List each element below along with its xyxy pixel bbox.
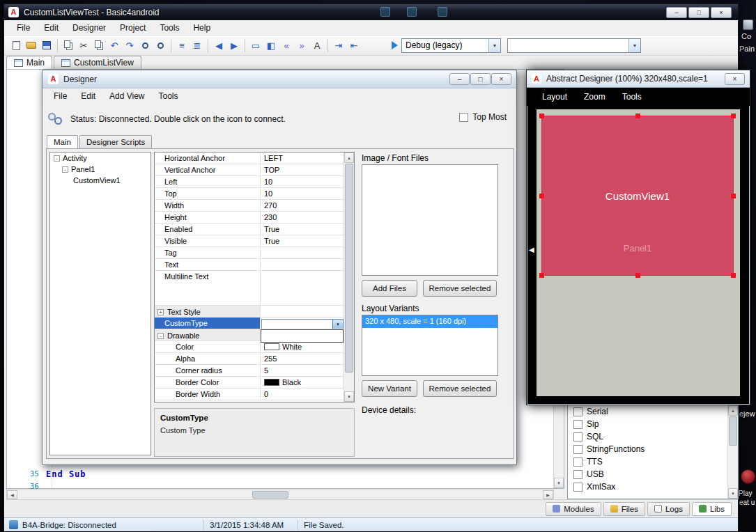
scroll-down-icon[interactable]: ▼ xyxy=(728,488,738,499)
list-icon[interactable]: ≡ xyxy=(175,39,189,52)
property-category-row[interactable]: + Text Style xyxy=(155,306,344,318)
property-row[interactable]: Enabled True xyxy=(155,224,344,235)
library-checkbox[interactable] xyxy=(573,457,583,467)
copy-icon[interactable] xyxy=(92,39,106,52)
library-checkbox[interactable] xyxy=(573,470,583,479)
resize-handle[interactable] xyxy=(731,273,736,278)
property-value[interactable]: 270 xyxy=(261,200,344,211)
device-screen[interactable]: CustomView1 Panel1 xyxy=(537,109,740,396)
menu-file[interactable]: File xyxy=(47,89,74,103)
outdent-icon[interactable]: ⇤ xyxy=(347,39,361,52)
expander-icon[interactable]: - xyxy=(157,333,164,339)
expander-icon[interactable]: + xyxy=(157,309,164,315)
menu-project[interactable]: Project xyxy=(113,21,153,35)
menu-zoom[interactable]: Zoom xyxy=(576,92,614,102)
search-next-icon[interactable] xyxy=(153,39,167,52)
save-icon[interactable] xyxy=(40,39,54,52)
indent-icon[interactable]: ⇥ xyxy=(332,39,346,52)
property-value[interactable]: 5 xyxy=(261,365,344,376)
code-horizontal-scrollbar[interactable]: ◀ ▶ xyxy=(6,490,554,500)
menu-tools[interactable]: Tools xyxy=(614,92,650,102)
menu-add-view[interactable]: Add View xyxy=(102,89,151,103)
desktop-icon[interactable] xyxy=(743,19,753,30)
property-value[interactable]: 10 xyxy=(261,188,344,199)
cut-icon[interactable]: ✂ xyxy=(77,39,91,52)
top-most-checkbox[interactable] xyxy=(459,113,468,122)
menu-file[interactable]: File xyxy=(10,21,37,35)
property-value[interactable] xyxy=(261,259,344,270)
property-row[interactable]: Vertical Anchor TOP xyxy=(155,164,344,176)
library-checkbox[interactable] xyxy=(573,483,583,492)
uncomment-icon[interactable]: » xyxy=(295,39,309,52)
library-checkbox[interactable] xyxy=(573,420,583,429)
panel1-view[interactable]: CustomView1 Panel1 xyxy=(541,116,734,276)
scroll-right-icon[interactable]: ▶ xyxy=(543,490,553,499)
resize-handle[interactable] xyxy=(731,114,736,118)
tab-files[interactable]: Files xyxy=(603,502,645,516)
chevron-down-icon[interactable]: ▼ xyxy=(488,39,500,52)
property-row[interactable]: Border Width 0 xyxy=(155,389,344,400)
library-checkbox[interactable] xyxy=(573,407,583,416)
desktop-icon-label[interactable]: eat u xyxy=(739,499,755,506)
property-value[interactable]: True xyxy=(261,224,344,235)
resize-handle[interactable] xyxy=(539,273,544,278)
scroll-down-icon[interactable]: ▼ xyxy=(344,391,354,402)
scroll-up-icon[interactable]: ▲ xyxy=(344,152,354,163)
secondary-combobox[interactable]: ▼ xyxy=(507,38,641,53)
remove-selected-variant-button[interactable]: Remove selected xyxy=(423,380,497,397)
property-value[interactable]: Black xyxy=(261,377,344,388)
scrollbar-thumb[interactable] xyxy=(252,491,288,499)
chevron-down-icon[interactable]: ▼ xyxy=(628,39,640,52)
forward-arrow-icon[interactable]: ▶ xyxy=(227,39,241,52)
designer-zoom-icon[interactable]: ◧ xyxy=(264,39,278,52)
property-row[interactable]: Multiline Text xyxy=(155,271,344,306)
menu-edit[interactable]: Edit xyxy=(37,21,65,35)
scrollbar-thumb[interactable] xyxy=(345,164,353,373)
tab-logs[interactable]: Logs xyxy=(647,502,690,516)
menu-layout[interactable]: Layout xyxy=(534,92,576,102)
property-value[interactable]: True xyxy=(261,235,344,247)
tree-item-customview1[interactable]: CustomView1 xyxy=(50,175,151,186)
new-variant-button[interactable]: New Variant xyxy=(362,380,417,397)
desktop-icon-label[interactable]: Pain xyxy=(739,45,755,53)
property-value[interactable]: LEFT xyxy=(261,152,344,164)
property-row[interactable]: Corner radius 5 xyxy=(155,365,344,377)
scroll-up-icon[interactable]: ▲ xyxy=(728,405,738,416)
open-file-icon[interactable] xyxy=(24,39,38,52)
desktop-icon-label[interactable]: ejew xyxy=(739,409,755,418)
libraries-scrollbar[interactable]: ▲ ▼ xyxy=(727,405,738,499)
font-icon[interactable]: A xyxy=(310,39,324,52)
property-row[interactable]: Height 230 xyxy=(155,212,344,224)
variant-item-selected[interactable]: 320 x 480, scale = 1 (160 dpi) xyxy=(362,315,497,328)
chevron-down-icon[interactable]: ▼ xyxy=(332,320,343,329)
sort-icon[interactable]: ≣ xyxy=(190,39,204,52)
title-bar[interactable]: A Designer – □ × xyxy=(43,70,516,88)
layout-variants-list[interactable]: 320 x 480, scale = 1 (160 dpi) xyxy=(362,315,498,376)
property-value[interactable]: 10 xyxy=(261,176,344,187)
property-row[interactable]: Border Color Black xyxy=(155,377,344,389)
property-row[interactable]: Text xyxy=(155,259,344,271)
search-icon[interactable] xyxy=(138,39,152,52)
undo-icon[interactable]: ↶ xyxy=(107,39,121,52)
designer-icon[interactable]: ▭ xyxy=(249,39,263,52)
property-row-selected[interactable]: CustomType ▼ xyxy=(155,318,344,329)
redo-icon[interactable]: ↷ xyxy=(123,39,137,52)
tab-libs[interactable]: Libs xyxy=(692,502,732,516)
image-font-files-list[interactable] xyxy=(362,164,498,276)
property-row[interactable]: Color White xyxy=(155,341,344,353)
title-bar[interactable]: A CustomListViewTest - Basic4android – □… xyxy=(4,4,738,20)
copy-file-icon[interactable] xyxy=(61,39,75,52)
resize-handle[interactable] xyxy=(539,194,544,198)
resize-handle[interactable] xyxy=(731,194,736,198)
property-value[interactable]: 230 xyxy=(261,212,344,223)
property-value[interactable] xyxy=(261,271,344,305)
property-row[interactable]: Alpha 255 xyxy=(155,353,344,365)
new-file-icon[interactable] xyxy=(9,39,23,52)
tab-main[interactable]: Main xyxy=(6,56,52,69)
property-row[interactable]: Visible True xyxy=(155,235,344,247)
desktop-icon-label[interactable]: Play xyxy=(739,490,752,497)
desktop-app-icon[interactable] xyxy=(741,469,755,484)
back-arrow-icon[interactable]: ◀ xyxy=(212,39,226,52)
property-row[interactable]: Width 270 xyxy=(155,200,344,212)
scroll-left-icon[interactable]: ◀ xyxy=(7,490,17,499)
